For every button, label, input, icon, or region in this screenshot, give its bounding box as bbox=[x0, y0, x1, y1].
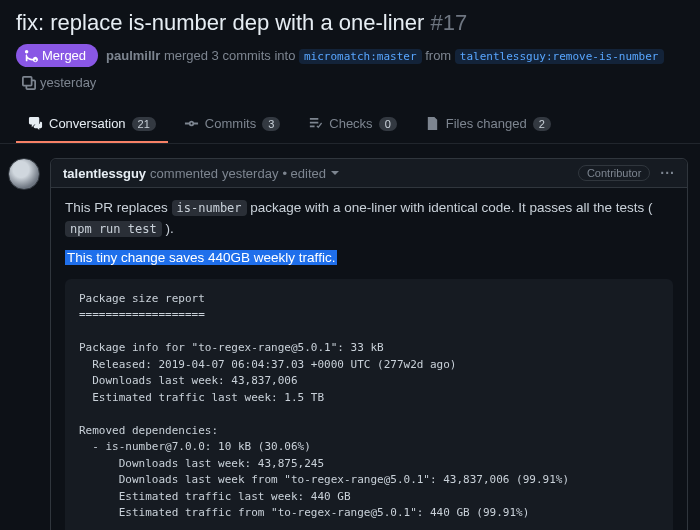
comment-author[interactable]: talentlessguy bbox=[63, 166, 146, 181]
code-block: Package size report =================== … bbox=[65, 279, 673, 530]
comment-body: This PR replaces is-number package with … bbox=[51, 188, 687, 530]
tab-label: Commits bbox=[205, 116, 256, 131]
avatar[interactable] bbox=[8, 158, 40, 190]
tab-count: 21 bbox=[132, 117, 156, 131]
copy-icon bbox=[22, 76, 36, 90]
pr-number: #17 bbox=[430, 10, 467, 36]
head-branch[interactable]: talentlessguy:remove-is-number bbox=[455, 49, 664, 64]
merged-time: yesterday bbox=[40, 75, 96, 90]
merger-user[interactable]: paulmillr bbox=[106, 48, 160, 63]
caret-down-icon bbox=[330, 168, 340, 178]
tab-label: Files changed bbox=[446, 116, 527, 131]
inline-code: is-number bbox=[172, 200, 247, 216]
tab-label: Conversation bbox=[49, 116, 126, 131]
merged-badge: Merged bbox=[16, 44, 98, 67]
tab-label: Checks bbox=[329, 116, 372, 131]
copy-branch[interactable]: yesterday bbox=[22, 75, 96, 90]
tab-count: 3 bbox=[262, 117, 280, 131]
base-branch[interactable]: micromatch:master bbox=[299, 49, 422, 64]
role-badge: Contributor bbox=[578, 165, 650, 181]
tab-checks[interactable]: Checks 0 bbox=[296, 108, 408, 143]
comment-time[interactable]: yesterday bbox=[222, 166, 278, 181]
tab-commits[interactable]: Commits 3 bbox=[172, 108, 292, 143]
inline-code: npm run test bbox=[65, 221, 162, 237]
merge-icon bbox=[24, 49, 38, 63]
comment-discussion-icon bbox=[28, 116, 43, 131]
comment-menu-button[interactable]: ··· bbox=[660, 165, 675, 181]
git-commit-icon bbox=[184, 116, 199, 131]
tab-files[interactable]: Files changed 2 bbox=[413, 108, 563, 143]
checklist-icon bbox=[308, 116, 323, 131]
tab-conversation[interactable]: Conversation 21 bbox=[16, 108, 168, 143]
file-diff-icon bbox=[425, 116, 440, 131]
tab-count: 2 bbox=[533, 117, 551, 131]
pr-meta: Merged paulmillr merged 3 commits into m… bbox=[16, 44, 684, 90]
merge-summary: paulmillr merged 3 commits into micromat… bbox=[106, 48, 663, 63]
edited-indicator[interactable]: • edited bbox=[282, 166, 326, 181]
pr-description-comment: talentlessguy commented yesterday • edit… bbox=[50, 158, 688, 530]
highlighted-text: This tiny change saves 440GB weekly traf… bbox=[65, 250, 337, 265]
tab-count: 0 bbox=[379, 117, 397, 131]
pr-tabs: Conversation 21 Commits 3 Checks 0 Files… bbox=[0, 108, 700, 144]
pr-title: fix: replace is-number dep with a one-li… bbox=[16, 10, 424, 36]
merged-label: Merged bbox=[42, 48, 86, 63]
pr-header: fix: replace is-number dep with a one-li… bbox=[0, 0, 700, 102]
comment-header: talentlessguy commented yesterday • edit… bbox=[51, 159, 687, 188]
